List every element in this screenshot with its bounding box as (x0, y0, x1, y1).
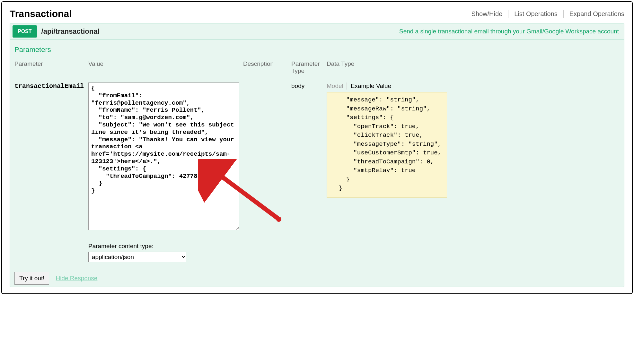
parameters-heading: Parameters (14, 46, 620, 54)
try-it-out-button[interactable]: Try it out! (14, 272, 49, 285)
operation-header[interactable]: POST /api/transactional Send a single tr… (10, 23, 624, 40)
col-paramtype: Parameter Type (291, 58, 327, 78)
expand-operations-link[interactable]: Expand Operations (564, 10, 624, 18)
header-actions: Show/Hide List Operations Expand Operati… (466, 10, 624, 18)
content-type-select[interactable]: application/json (88, 252, 186, 262)
col-parameter: Parameter (14, 58, 88, 78)
content-type-label: Parameter content type: (88, 243, 239, 250)
param-type: body (291, 78, 327, 266)
tab-model[interactable]: Model (327, 82, 347, 90)
col-value: Value (88, 58, 243, 78)
list-operations-link[interactable]: List Operations (508, 10, 564, 18)
example-value-box[interactable]: "message": "string", "messageRaw": "stri… (327, 92, 447, 198)
table-row: transactionalEmail Parameter content typ… (14, 78, 620, 266)
show-hide-link[interactable]: Show/Hide (466, 10, 509, 18)
operation-path: /api/transactional (41, 27, 100, 36)
col-datatype: Data Type (327, 58, 620, 78)
body-textarea[interactable] (88, 82, 239, 230)
param-description (243, 78, 291, 266)
method-badge: POST (13, 25, 37, 38)
operation-panel: POST /api/transactional Send a single tr… (10, 23, 624, 287)
operation-summary: Send a single transactional email throug… (399, 28, 621, 35)
parameters-table: Parameter Value Description Parameter Ty… (14, 58, 620, 265)
hide-response-link[interactable]: Hide Response (56, 275, 97, 282)
param-name: transactionalEmail (14, 82, 84, 90)
col-description: Description (243, 58, 291, 78)
page-title: Transactional (10, 8, 72, 19)
tab-example[interactable]: Example Value (351, 82, 391, 90)
